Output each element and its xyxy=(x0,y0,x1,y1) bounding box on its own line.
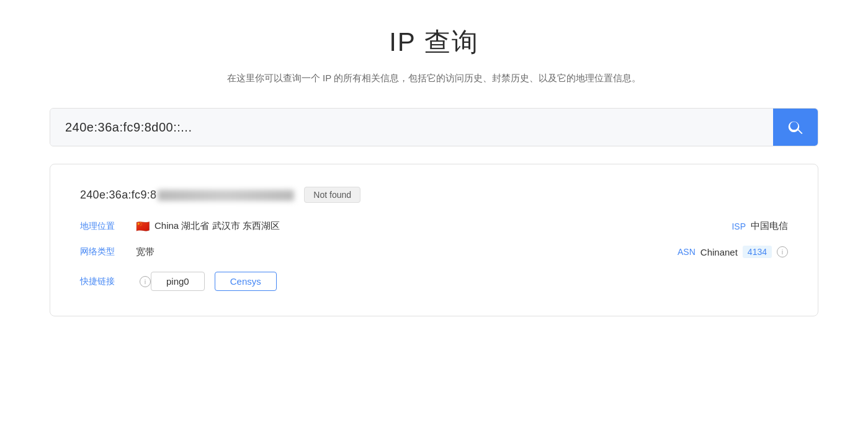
ip-header-row: 240e:36a:fc9:8 Not found xyxy=(80,187,788,203)
quick-links-buttons: ping0 Censys xyxy=(151,272,277,291)
isp-label: ISP xyxy=(732,221,746,231)
geo-text: China 湖北省 武汉市 东西湖区 xyxy=(154,220,280,232)
network-type-row: 网络类型 宽带 ASN Chinanet 4134 i xyxy=(80,246,788,258)
ping-button[interactable]: ping0 xyxy=(151,272,205,291)
asn-number: 4134 xyxy=(743,246,772,258)
geo-row: 地理位置 🇨🇳 China 湖北省 武汉市 东西湖区 ISP 中国电信 xyxy=(80,220,788,232)
asn-label: ASN xyxy=(678,247,696,257)
geo-label: 地理位置 xyxy=(80,221,136,232)
ip-blurred-part xyxy=(158,190,294,201)
result-card: 240e:36a:fc9:8 Not found 地理位置 🇨🇳 China 湖… xyxy=(50,164,818,316)
ip-address: 240e:36a:fc9:8 xyxy=(80,189,294,202)
quicklinks-label: 快捷链接 xyxy=(80,276,136,287)
isp-section: ISP 中国电信 xyxy=(732,220,788,232)
quicklinks-info-icon[interactable]: i xyxy=(140,276,151,287)
flag-icon: 🇨🇳 xyxy=(136,221,150,232)
isp-value: 中国电信 xyxy=(751,220,788,232)
geo-value: 🇨🇳 China 湖北省 武汉市 东西湖区 xyxy=(136,220,707,232)
network-label: 网络类型 xyxy=(80,246,136,257)
network-value: 宽带 xyxy=(136,246,653,258)
quick-links-row: 快捷链接 i ping0 Censys xyxy=(80,272,788,291)
search-icon xyxy=(787,119,803,135)
status-badge: Not found xyxy=(304,187,360,203)
search-bar xyxy=(50,108,818,146)
censys-button[interactable]: Censys xyxy=(215,272,277,291)
asn-name: Chinanet xyxy=(700,247,738,257)
asn-section: ASN Chinanet 4134 i xyxy=(678,246,788,258)
quicklinks-label-wrap: 快捷链接 i xyxy=(80,276,151,287)
page-subtitle: 在这里你可以查询一个 IP 的所有相关信息，包括它的访问历史、封禁历史、以及它的… xyxy=(50,71,818,86)
search-button[interactable] xyxy=(773,109,818,146)
page-title: IP 查询 xyxy=(50,25,818,60)
search-input[interactable] xyxy=(50,109,773,146)
asn-info-icon[interactable]: i xyxy=(777,246,788,257)
